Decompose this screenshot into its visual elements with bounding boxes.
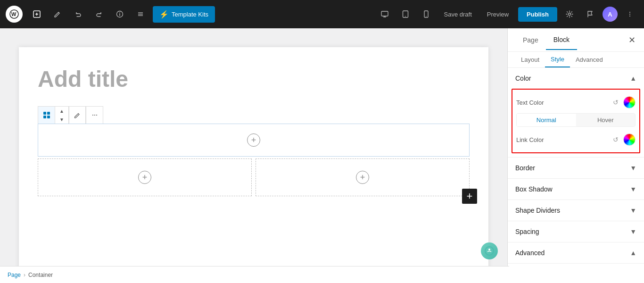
sub-tab-advanced[interactable]: Advanced	[570, 52, 609, 67]
tablet-view-btn[interactable]	[397, 6, 414, 23]
block-toolbar: ▲ ▼	[38, 106, 103, 124]
spacing-label: Spacing	[515, 228, 539, 235]
page-title[interactable]: Add title	[38, 66, 470, 92]
move-up-btn[interactable]: ▲	[55, 107, 68, 115]
sub-tab-style[interactable]: Style	[545, 52, 570, 67]
advanced-label: Advanced	[515, 249, 545, 257]
list-view-btn[interactable]	[132, 6, 149, 23]
shape-dividers-label: Shape Dividers	[515, 207, 560, 214]
add-block-toolbar-btn[interactable]	[28, 6, 45, 23]
more-options-btn[interactable]	[621, 6, 638, 23]
block-icon-btn[interactable]	[38, 107, 55, 124]
canvas-area[interactable]: Add title ▲ ▼	[0, 28, 507, 283]
link-color-reset-btn[interactable]: ↺	[611, 135, 620, 144]
wp-logo[interactable]: W	[6, 6, 23, 23]
spacing-section: Spacing ▼	[508, 221, 644, 242]
svg-point-7	[119, 12, 120, 13]
box-shadow-label: Box Shadow	[515, 185, 553, 193]
breadcrumb-page[interactable]: Page	[8, 272, 21, 278]
redo-btn[interactable]	[91, 6, 107, 23]
settings-gear-btn[interactable]	[561, 6, 578, 23]
sub-tabs: Layout Style Advanced	[508, 52, 644, 68]
add-block-right-symbol: +	[360, 173, 365, 182]
breadcrumb-page-label: Page	[8, 272, 21, 278]
publish-btn[interactable]: Publish	[518, 7, 557, 22]
color-section-label: Color	[515, 75, 531, 82]
add-block-left-symbol: +	[142, 173, 148, 182]
up-down-btns: ▲ ▼	[55, 107, 69, 124]
preview-label: Preview	[487, 11, 509, 18]
panel-close-btn[interactable]: ✕	[625, 33, 638, 47]
text-color-reset-btn[interactable]: ↺	[611, 98, 620, 107]
info-btn[interactable]	[111, 6, 128, 23]
text-color-label: Text Color	[516, 99, 544, 106]
breadcrumb-container: Container	[28, 272, 53, 278]
main-container-row[interactable]: +	[38, 124, 470, 157]
svg-point-28	[96, 115, 97, 116]
svg-point-26	[92, 115, 93, 116]
border-section: Border ▼	[508, 158, 644, 179]
link-color-row: Link Color ↺	[516, 131, 636, 149]
spacing-chevron-icon: ▼	[630, 228, 636, 235]
shape-dividers-section: Shape Dividers ▼	[508, 200, 644, 221]
spacing-section-header[interactable]: Spacing ▼	[508, 221, 644, 242]
hover-tab-label: Hover	[597, 117, 614, 124]
move-down-btn[interactable]: ▼	[55, 115, 68, 124]
border-label: Border	[515, 164, 535, 172]
desktop-view-btn[interactable]	[376, 6, 393, 23]
template-kits-btn[interactable]: ⚡ Template Kits	[153, 6, 215, 23]
edit-block-btn[interactable]	[69, 107, 86, 124]
tab-block[interactable]: Block	[546, 30, 577, 50]
hover-tab[interactable]: Hover	[576, 114, 636, 126]
normal-tab[interactable]: Normal	[517, 114, 576, 126]
box-shadow-section-header[interactable]: Box Shadow ▼	[508, 179, 644, 200]
svg-rect-23	[47, 112, 50, 115]
box-shadow-chevron-icon: ▼	[630, 185, 636, 193]
mobile-view-btn[interactable]	[418, 6, 435, 23]
add-block-dark-btn[interactable]: +	[462, 189, 477, 204]
col-block-left[interactable]: +	[38, 158, 252, 196]
two-col-row: + + +	[38, 158, 470, 196]
page-title-text: Add title	[38, 67, 128, 92]
text-color-controls: ↺	[611, 96, 636, 108]
floating-avatar	[481, 242, 498, 259]
panel-header: Page Block ✕	[508, 28, 644, 52]
col-block-right[interactable]: +	[256, 158, 470, 196]
preview-btn[interactable]: Preview	[481, 7, 514, 22]
color-section-box: Text Color ↺ Normal Hover	[512, 89, 640, 153]
add-block-left-btn[interactable]: +	[138, 171, 151, 184]
sub-tab-advanced-label: Advanced	[576, 56, 603, 63]
sub-tab-layout[interactable]: Layout	[515, 52, 545, 67]
text-color-swatch[interactable]	[623, 96, 636, 108]
normal-hover-tabs: Normal Hover	[516, 113, 636, 127]
page-canvas: Add title ▲ ▼	[19, 47, 488, 274]
svg-text:W: W	[11, 11, 17, 17]
add-block-right-btn[interactable]: +	[356, 171, 369, 184]
svg-point-21	[629, 16, 630, 17]
svg-point-20	[629, 14, 630, 15]
shape-dividers-section-header[interactable]: Shape Dividers ▼	[508, 200, 644, 221]
color-section-header[interactable]: Color ▲	[508, 68, 644, 89]
tab-page[interactable]: Page	[515, 31, 546, 50]
svg-point-15	[405, 16, 406, 17]
more-block-btn[interactable]	[86, 107, 103, 124]
breadcrumb-separator: ›	[24, 272, 25, 278]
block-container: ▲ ▼	[38, 106, 470, 196]
svg-rect-24	[43, 116, 46, 118]
save-draft-btn[interactable]: Save draft	[438, 7, 478, 22]
add-block-main-btn[interactable]: +	[247, 133, 260, 147]
color-section: Color ▲ Text Color ↺ N	[508, 68, 644, 158]
advanced-section: Advanced ▲	[508, 242, 644, 264]
undo-btn[interactable]	[70, 6, 87, 23]
breadcrumb-sep-text: ›	[24, 272, 25, 278]
right-panel: Page Block ✕ Layout Style Advanced Color	[507, 28, 644, 283]
flag-btn[interactable]	[582, 6, 599, 23]
advanced-section-header[interactable]: Advanced ▲	[508, 242, 644, 263]
advanced-chevron-icon: ▲	[630, 249, 636, 257]
border-section-header[interactable]: Border ▼	[508, 158, 644, 178]
edit-pen-btn[interactable]	[49, 6, 66, 23]
avatar-btn[interactable]: A	[603, 7, 618, 22]
svg-point-27	[94, 115, 95, 116]
link-color-swatch[interactable]	[623, 133, 636, 146]
sub-tab-layout-label: Layout	[521, 56, 539, 63]
